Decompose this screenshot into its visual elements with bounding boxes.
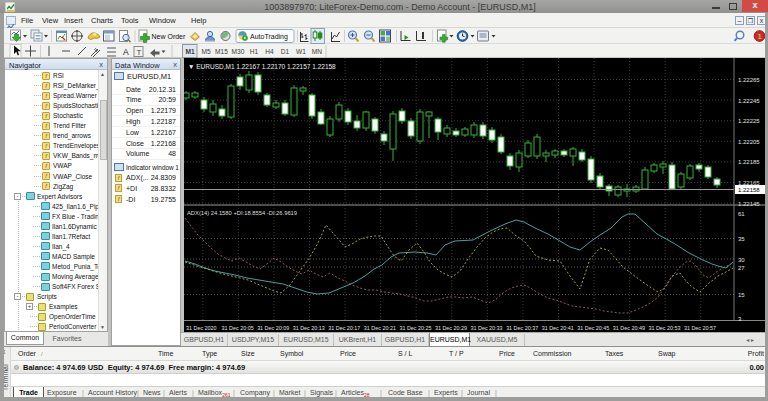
svg-text:31 Dec 20:41: 31 Dec 20:41 (542, 325, 574, 331)
svg-text:1.22185: 1.22185 (738, 159, 760, 165)
svg-text:1.22145: 1.22145 (738, 201, 760, 207)
svg-text:T: T (137, 48, 142, 57)
svg-text:MN: MN (312, 48, 322, 55)
svg-text:31 Dec 20:05: 31 Dec 20:05 (222, 325, 254, 331)
svg-text:31 Dec 2020: 31 Dec 2020 (186, 325, 217, 331)
svg-text:M1: M1 (185, 48, 194, 55)
svg-text:1.22205: 1.22205 (738, 139, 760, 145)
svg-text:1.22245: 1.22245 (738, 98, 760, 104)
svg-text:31 Dec 20:17: 31 Dec 20:17 (328, 325, 360, 331)
svg-text:M30: M30 (232, 48, 245, 55)
svg-text:31 Dec 20:37: 31 Dec 20:37 (506, 325, 538, 331)
svg-text:New Order: New Order (152, 33, 187, 40)
svg-text:D1: D1 (281, 48, 290, 55)
svg-text:27: 27 (738, 265, 745, 271)
svg-text:H4: H4 (265, 48, 274, 55)
svg-text:AutoTrading: AutoTrading (250, 33, 288, 41)
svg-text:61: 61 (738, 211, 745, 217)
svg-text:31 Dec 20:25: 31 Dec 20:25 (399, 325, 431, 331)
svg-text:31 Dec 20:49: 31 Dec 20:49 (613, 325, 645, 331)
svg-text:31 Dec 20:29: 31 Dec 20:29 (435, 325, 467, 331)
svg-text:31 Dec 20:53: 31 Dec 20:53 (648, 325, 680, 331)
svg-text:A: A (123, 47, 129, 57)
svg-text:W1: W1 (296, 48, 306, 55)
svg-text:30: 30 (738, 257, 745, 263)
svg-text:31 Dec 20:45: 31 Dec 20:45 (577, 325, 609, 331)
svg-text:31 Dec 20:33: 31 Dec 20:33 (471, 325, 503, 331)
svg-text:31 Dec 20:21: 31 Dec 20:21 (364, 325, 396, 331)
svg-text:1.22225: 1.22225 (738, 118, 760, 124)
svg-text:35: 35 (738, 236, 745, 242)
svg-text:31 Dec 20:09: 31 Dec 20:09 (257, 325, 289, 331)
svg-text:1: 1 (758, 32, 763, 41)
svg-text:1.22265: 1.22265 (738, 77, 760, 83)
svg-text:15: 15 (738, 292, 745, 298)
svg-text:H1: H1 (250, 48, 259, 55)
svg-text:31 Dec 20:13: 31 Dec 20:13 (293, 325, 325, 331)
svg-text:ADX(14) 24.1580 +DI:18.8554 -D: ADX(14) 24.1580 +DI:18.8554 -DI:26.9619 (187, 210, 297, 216)
svg-text:31 Dec 20:57: 31 Dec 20:57 (684, 325, 716, 331)
svg-text:▼ EURUSD,M1 1.22167 1.22170 1: ▼ EURUSD,M1 1.22167 1.22170 1.22157 1.22… (188, 63, 336, 70)
svg-text:M15: M15 (215, 48, 228, 55)
svg-text:M5: M5 (201, 48, 210, 55)
svg-text:1.22158: 1.22158 (738, 187, 760, 193)
